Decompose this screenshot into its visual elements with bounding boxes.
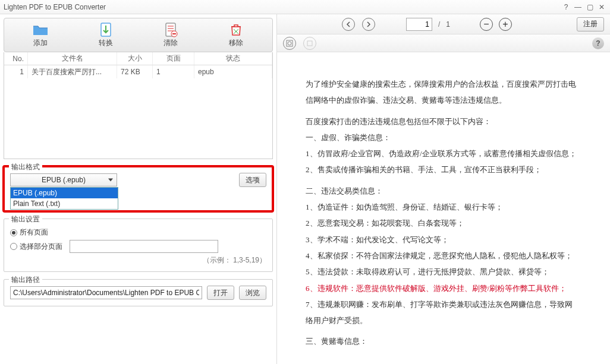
- preview-line: 为了维护安全健康的搜索生态，保障搜索用户的合法权益，百度搜索严厉打击电: [306, 76, 581, 92]
- add-button[interactable]: 添加: [14, 23, 67, 48]
- page-range-input[interactable]: [70, 240, 218, 253]
- next-page-button[interactable]: [362, 18, 375, 31]
- output-format-dropdown: EPUB (.epub) Plain Text (.txt): [10, 187, 118, 210]
- format-option-txt[interactable]: Plain Text (.txt): [11, 198, 118, 209]
- output-settings-legend: 输出设置: [9, 214, 42, 224]
- clear-button[interactable]: 清除: [144, 23, 197, 48]
- close-icon[interactable]: ✕: [597, 2, 606, 12]
- output-path-legend: 输出路径: [9, 275, 42, 285]
- radio-dot-icon: [10, 229, 17, 236]
- page-range-hint: （示例： 1,3-5,19）: [10, 255, 266, 265]
- preview-line: [306, 328, 581, 333]
- preview-line: 1、伪造证件：如伪造驾照、身份证、结婚证、银行卡等；: [306, 199, 581, 215]
- help-circle-icon[interactable]: ?: [592, 37, 604, 49]
- preview-line: [306, 109, 581, 113]
- document-convert-icon: [98, 23, 114, 37]
- preview-line: 一、虚假、诈骗类信息：: [306, 129, 581, 145]
- radio-all-pages-label: 所有页面: [20, 227, 48, 238]
- convert-label: 转换: [99, 38, 113, 48]
- remove-button[interactable]: 移除: [209, 23, 263, 48]
- preview-subtoolbar: ?: [277, 34, 610, 52]
- chevron-down-icon: [108, 179, 113, 182]
- prev-page-button[interactable]: [342, 18, 355, 31]
- col-status[interactable]: 状态: [194, 52, 272, 65]
- view-mode-2-icon[interactable]: [303, 37, 316, 50]
- help-icon[interactable]: ?: [561, 2, 571, 12]
- trash-icon: [228, 23, 244, 37]
- preview-line: 6、违规软件：恶意提供软件破解版、游戏外挂、刷赞/刷粉等作弊工具软件；: [306, 280, 581, 296]
- remove-label: 移除: [229, 38, 243, 48]
- col-size[interactable]: 大小: [117, 52, 153, 65]
- table-header: No. 文件名 大小 页面 状态: [4, 52, 272, 65]
- document-clear-icon: [162, 23, 179, 37]
- preview-toolbar: / 1 − + 注册: [277, 14, 610, 34]
- page-total: 1: [446, 20, 450, 29]
- preview-line: 信网络中的虚假诈骗、违法交易、黄赌毒等违法违规信息。: [306, 92, 581, 108]
- col-no[interactable]: No.: [4, 52, 28, 65]
- preview-line: 5、违法贷款：未取得政府认可，进行无抵押贷款、黑户贷款、裸贷等；: [306, 264, 581, 280]
- cell-status: epub: [194, 65, 272, 78]
- titlebar: Lighten PDF to EPUB Converter ? — ▢ ✕: [0, 0, 610, 14]
- radio-select-pages[interactable]: 选择部分页面: [10, 240, 266, 253]
- output-settings-group: 输出设置 所有页面 选择部分页面 （示例： 1,3-5,19）: [4, 219, 273, 272]
- cell-size: 72 KB: [117, 65, 153, 78]
- preview-line: [306, 178, 581, 183]
- preview-line: 三、黄赌毒信息：: [306, 333, 581, 349]
- maximize-icon[interactable]: ▢: [585, 2, 595, 12]
- col-pages[interactable]: 页面: [153, 52, 194, 65]
- options-button[interactable]: 选项: [239, 173, 266, 187]
- preview-line: 2、售卖或传播诈骗相关的书籍、手法、工具，宣传不正当获利手段；: [306, 162, 581, 178]
- page-number-input[interactable]: [406, 18, 432, 31]
- zoom-in-button[interactable]: +: [499, 18, 512, 31]
- table-row[interactable]: 1 关于百度搜索严厉打... 72 KB 1 epub: [4, 65, 272, 78]
- radio-dot-icon: [10, 243, 17, 250]
- format-option-epub[interactable]: EPUB (.epub): [11, 188, 118, 198]
- page-sep: /: [438, 20, 440, 29]
- browse-button[interactable]: 浏览: [239, 286, 266, 300]
- zoom-out-button[interactable]: −: [480, 18, 493, 31]
- cell-pages: 1: [153, 65, 194, 78]
- preview-line: 2、恶意套现交易：如花呗套现、白条套现等；: [306, 215, 581, 231]
- file-table: No. 文件名 大小 页面 状态 1 关于百度搜索严厉打... 72 KB 1 …: [4, 52, 273, 159]
- preview-line: 百度搜索打击的违法违规信息包括但不限于以下内容：: [306, 113, 581, 129]
- output-format-selected: EPUB (.epub): [42, 176, 86, 184]
- convert-button[interactable]: 转换: [79, 23, 133, 48]
- preview-line: 3、学术不端：如代发论文、代写论文等；: [306, 232, 581, 248]
- output-format-legend: 输出格式: [9, 162, 42, 172]
- window-title: Lighten PDF to EPUB Converter: [4, 3, 106, 11]
- minimize-icon[interactable]: —: [573, 2, 583, 12]
- cell-no: 1: [4, 65, 28, 78]
- svg-point-7: [288, 42, 291, 45]
- preview-line: 二、违法交易类信息：: [306, 183, 581, 199]
- output-format-group: 输出格式 EPUB (.epub) EPUB (.epub) Plain Tex…: [4, 166, 273, 211]
- main-toolbar: 添加 转换 清除 移除: [4, 18, 273, 52]
- view-mode-1-icon[interactable]: [283, 37, 296, 50]
- document-preview: 为了维护安全健康的搜索生态，保障搜索用户的合法权益，百度搜索严厉打击电信网络中的…: [277, 52, 610, 364]
- folder-open-icon: [32, 23, 49, 37]
- cell-name: 关于百度搜索严厉打...: [28, 65, 117, 78]
- output-path-input[interactable]: [10, 286, 202, 299]
- preview-line: 4、私家侦探：不符合国家法律规定，恶意探究他人隐私，侵犯他人隐私权等；: [306, 248, 581, 264]
- add-label: 添加: [33, 38, 48, 48]
- radio-all-pages[interactable]: 所有页面: [10, 227, 266, 238]
- preview-line: 络用户财产受损。: [306, 312, 581, 328]
- radio-select-pages-label: 选择部分页面: [20, 242, 62, 252]
- clear-label: 清除: [163, 38, 178, 48]
- output-format-select[interactable]: EPUB (.epub) EPUB (.epub) Plain Text (.t…: [10, 173, 117, 186]
- col-name[interactable]: 文件名: [28, 52, 117, 65]
- open-button[interactable]: 打开: [207, 286, 234, 300]
- register-button[interactable]: 注册: [577, 17, 604, 31]
- preview-line: 7、违规兼职网赚：发布刷单、打字等欺诈类兼职或违法灰色网赚信息，导致网: [306, 296, 581, 312]
- preview-line: 1、仿冒政府/企业官网、伪造政府/企业联系方式等，或蓄意传播相关虚假信息；: [306, 145, 581, 162]
- svg-rect-9: [307, 41, 312, 46]
- output-path-group: 输出路径 打开 浏览: [4, 279, 273, 306]
